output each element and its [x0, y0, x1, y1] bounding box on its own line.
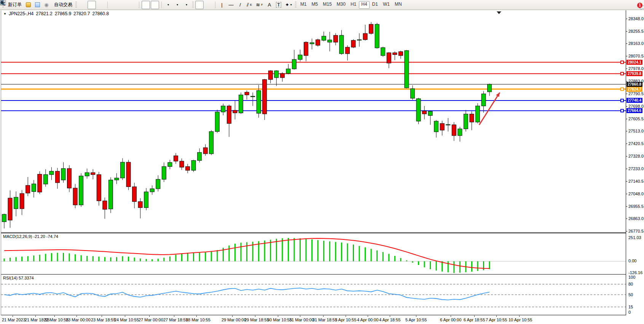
time-label: 24 Mar 10:55 [114, 318, 139, 322]
timeframe-mn[interactable]: MN [392, 1, 404, 9]
channel-tool[interactable]: ⫽E [245, 1, 253, 9]
time-tick [125, 316, 125, 317]
time-label: 27 Mar 00:00 [139, 318, 163, 322]
time-label: 6 Apr 00:00 [440, 318, 461, 322]
price-axis[interactable]: 28348.028255.528163.028070.527978.027883… [626, 10, 644, 324]
close-value: 27860.8 [92, 11, 108, 16]
macd-panel[interactable]: MACD(12,26,9) -21.20 -74.74 [1, 233, 626, 275]
vertical-line-tool[interactable]: | [218, 1, 226, 9]
price-tick-label: 27790.5 [628, 91, 644, 96]
timeframe-m30[interactable]: M30 [335, 1, 348, 9]
time-tick [496, 316, 497, 317]
fibonacci-tool[interactable]: ≋F [254, 1, 265, 9]
price-tick [626, 219, 627, 219]
symbol-label: JPN225-,H4 [9, 11, 33, 16]
price-level-badge: 27664.6 [626, 108, 642, 113]
zoom-in-button[interactable] [110, 1, 118, 9]
time-tick [196, 316, 197, 317]
chart-shift-button[interactable] [151, 1, 159, 9]
price-tick-label: 27233.0 [628, 166, 644, 171]
time-tick [368, 316, 368, 317]
tile-windows-button[interactable] [128, 1, 137, 9]
price-tick [626, 194, 627, 194]
price-tick [626, 144, 627, 144]
crosshair-button[interactable] [204, 1, 213, 9]
time-label: 27 Mar 18:55 [163, 318, 188, 322]
market-watch-button[interactable] [24, 1, 32, 9]
timeframe-m5[interactable]: M5 [309, 1, 320, 9]
chevron-down-icon: ▾ [177, 3, 178, 6]
timeframe-d1[interactable]: D1 [370, 1, 380, 9]
arrows-icon: ✦ [285, 2, 289, 7]
price-tick [626, 181, 627, 182]
time-tick [390, 316, 390, 317]
candlestick-mode-button[interactable] [88, 1, 96, 9]
toolbar-grip[interactable] [192, 2, 194, 8]
charts-button[interactable] [33, 1, 41, 9]
toolbar-grip[interactable] [295, 2, 296, 8]
low-value: 27820.7 [73, 11, 90, 16]
price-tick-label: 26955.5 [628, 204, 644, 209]
time-tick [102, 316, 102, 317]
signals-button[interactable]: ◉ [42, 1, 51, 9]
new-order-label: 新订单 [8, 2, 22, 8]
fibonacci-icon: ≋ [256, 2, 260, 7]
rsi-chart[interactable] [1, 275, 626, 315]
toolbar: 新订单 ◉ 自动交易 [0, 0, 644, 10]
auto-scroll-button[interactable] [142, 1, 150, 9]
timeframe-m1[interactable]: M1 [298, 1, 309, 9]
price-tick-label: 27048.0 [628, 192, 644, 196]
time-tick [519, 316, 520, 317]
label-tool[interactable]: T [274, 1, 283, 9]
time-axis[interactable]: 21 Mar 202321 Mar 18:5522 Mar 10:5523 Ma… [1, 316, 626, 324]
time-tick [474, 316, 475, 317]
period-button[interactable]: ▾ [173, 1, 182, 9]
text-icon: A [268, 2, 271, 7]
horizontal-line-icon: — [229, 2, 234, 7]
bar-chart-mode-button[interactable] [78, 1, 87, 9]
chevron-down-icon: ▾ [186, 3, 187, 6]
time-tick [35, 316, 36, 317]
timeframe-h1[interactable]: H1 [348, 1, 359, 9]
indicators-button[interactable]: ▾ [182, 1, 191, 9]
market-watch-icon [26, 2, 31, 7]
price-tick-label: 27698.0 [628, 104, 644, 109]
time-tick [77, 316, 77, 317]
zoom-out-button[interactable] [119, 1, 128, 9]
new-order-button[interactable]: 新订单 [5, 1, 23, 9]
cursor-button[interactable] [195, 1, 204, 9]
time-tick [54, 316, 55, 317]
price-tick [626, 119, 627, 119]
price-tick [626, 206, 627, 207]
timeframe-m15[interactable]: M15 [320, 1, 334, 9]
price-level-badge: 28024.1 [626, 60, 642, 65]
new-chart-button[interactable]: ▾ [164, 1, 172, 9]
signals-icon: ◉ [44, 2, 48, 7]
horizontal-line-tool[interactable]: — [227, 1, 235, 9]
price-tick-label: 28348.0 [628, 16, 644, 21]
time-label: 29 Mar 18:55 [244, 318, 269, 322]
auto-trading-button[interactable]: 自动交易 [51, 1, 74, 9]
chart-region: ▼ JPN225-,H4 27821.2 27865.9 27820.7 278… [0, 10, 644, 324]
price-tick [626, 231, 627, 231]
rsi-axis-label: 0 [628, 310, 631, 314]
text-tool[interactable]: A [265, 1, 274, 9]
rsi-panel[interactable]: RSI(14) 57.3374 [1, 275, 626, 315]
timeframe-w1[interactable]: W1 [381, 1, 392, 9]
rsi-axis-label: 80 [628, 282, 633, 286]
time-label: 7 Apr 10:55 [486, 318, 507, 322]
chevron-down-icon[interactable]: ▼ [3, 12, 6, 16]
arrows-tool[interactable]: ✦ ▾ [284, 1, 293, 9]
time-label: 10 Apr 10:55 [509, 318, 532, 322]
line-chart-mode-button[interactable] [97, 1, 105, 9]
price-chart[interactable] [1, 10, 626, 232]
chevron-down-icon: ▾ [167, 3, 169, 6]
time-tick [346, 316, 346, 317]
trendline-tool[interactable]: / [236, 1, 244, 9]
time-label: 28 Mar 10:55 [186, 318, 210, 322]
price-tick-label: 28163.0 [628, 41, 644, 46]
timeframe-h4[interactable]: H4 [359, 1, 369, 9]
macd-chart[interactable] [1, 234, 626, 275]
price-panel[interactable]: ▼ JPN225-,H4 27821.2 27865.9 27820.7 278… [1, 10, 626, 233]
toolbar-grip[interactable] [75, 2, 77, 8]
